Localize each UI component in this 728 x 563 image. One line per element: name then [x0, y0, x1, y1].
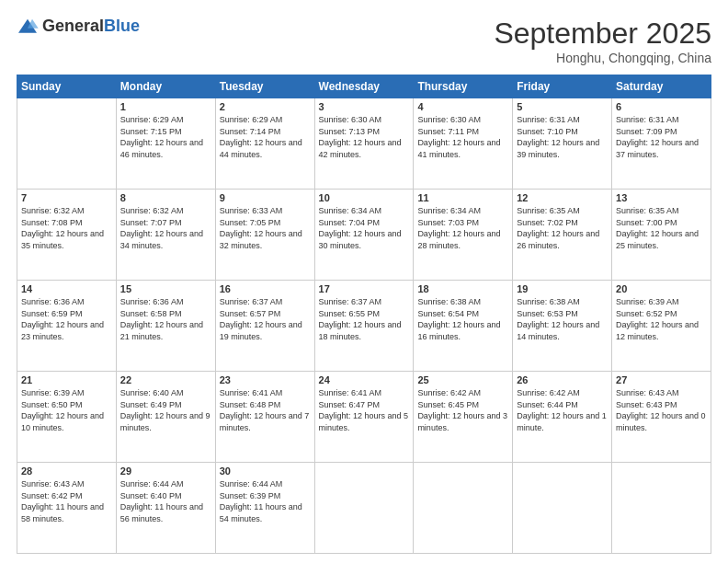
- calendar-cell: 8Sunrise: 6:32 AMSunset: 7:07 PMDaylight…: [116, 190, 215, 281]
- month-title: September 2025: [494, 17, 711, 51]
- cell-sun-info: Sunrise: 6:37 AMSunset: 6:55 PMDaylight:…: [319, 296, 410, 342]
- page: GeneralBlue September 2025 Honghu, Chong…: [0, 0, 728, 563]
- cell-sun-info: Sunrise: 6:35 AMSunset: 7:02 PMDaylight:…: [517, 205, 608, 251]
- calendar-cell: 18Sunrise: 6:38 AMSunset: 6:54 PMDayligh…: [414, 281, 513, 372]
- calendar-cell: 16Sunrise: 6:37 AMSunset: 6:57 PMDayligh…: [215, 281, 314, 372]
- calendar-cell: 22Sunrise: 6:40 AMSunset: 6:49 PMDayligh…: [116, 372, 215, 463]
- cell-sun-info: Sunrise: 6:39 AMSunset: 6:50 PMDaylight:…: [21, 387, 112, 433]
- day-number: 7: [21, 192, 112, 203]
- day-number: 27: [616, 374, 707, 385]
- day-number: 12: [517, 192, 608, 203]
- calendar-cell: 25Sunrise: 6:42 AMSunset: 6:45 PMDayligh…: [414, 372, 513, 463]
- calendar-cell: 29Sunrise: 6:44 AMSunset: 6:40 PMDayligh…: [116, 463, 215, 554]
- weekday-header-tuesday: Tuesday: [215, 75, 314, 98]
- calendar-cell: 11Sunrise: 6:34 AMSunset: 7:03 PMDayligh…: [414, 190, 513, 281]
- cell-sun-info: Sunrise: 6:43 AMSunset: 6:42 PMDaylight:…: [21, 478, 112, 524]
- title-block: September 2025 Honghu, Chongqing, China: [494, 17, 711, 65]
- cell-sun-info: Sunrise: 6:42 AMSunset: 6:44 PMDaylight:…: [517, 387, 608, 433]
- day-number: 24: [319, 374, 410, 385]
- calendar-cell: 5Sunrise: 6:31 AMSunset: 7:10 PMDaylight…: [513, 98, 612, 190]
- cell-sun-info: Sunrise: 6:30 AMSunset: 7:13 PMDaylight:…: [319, 114, 410, 160]
- calendar-cell: 10Sunrise: 6:34 AMSunset: 7:04 PMDayligh…: [314, 190, 414, 281]
- weekday-header-wednesday: Wednesday: [314, 75, 414, 98]
- day-number: 8: [120, 192, 211, 203]
- calendar-cell: 3Sunrise: 6:30 AMSunset: 7:13 PMDaylight…: [314, 98, 414, 190]
- logo-general: General: [42, 17, 104, 35]
- cell-sun-info: Sunrise: 6:34 AMSunset: 7:03 PMDaylight:…: [417, 205, 508, 251]
- calendar-cell: 23Sunrise: 6:41 AMSunset: 6:48 PMDayligh…: [215, 372, 314, 463]
- cell-sun-info: Sunrise: 6:39 AMSunset: 6:52 PMDaylight:…: [616, 296, 707, 342]
- day-number: 30: [220, 465, 311, 477]
- calendar-week-3: 21Sunrise: 6:39 AMSunset: 6:50 PMDayligh…: [17, 372, 711, 463]
- weekday-header-thursday: Thursday: [414, 75, 513, 98]
- day-number: 14: [21, 283, 112, 294]
- calendar-cell: 4Sunrise: 6:30 AMSunset: 7:11 PMDaylight…: [414, 98, 513, 190]
- calendar-cell: [17, 98, 117, 190]
- calendar-cell: 17Sunrise: 6:37 AMSunset: 6:55 PMDayligh…: [314, 281, 414, 372]
- day-number: 3: [319, 101, 410, 112]
- cell-sun-info: Sunrise: 6:38 AMSunset: 6:53 PMDaylight:…: [517, 296, 608, 342]
- cell-sun-info: Sunrise: 6:42 AMSunset: 6:45 PMDaylight:…: [417, 387, 508, 433]
- calendar-cell: 20Sunrise: 6:39 AMSunset: 6:52 PMDayligh…: [612, 281, 711, 372]
- calendar-cell: 15Sunrise: 6:36 AMSunset: 6:58 PMDayligh…: [116, 281, 215, 372]
- day-number: 10: [319, 192, 410, 203]
- cell-sun-info: Sunrise: 6:41 AMSunset: 6:48 PMDaylight:…: [220, 387, 311, 433]
- calendar-week-0: 1Sunrise: 6:29 AMSunset: 7:15 PMDaylight…: [17, 98, 711, 190]
- cell-sun-info: Sunrise: 6:44 AMSunset: 6:40 PMDaylight:…: [120, 478, 211, 524]
- calendar-cell: 2Sunrise: 6:29 AMSunset: 7:14 PMDaylight…: [215, 98, 314, 190]
- cell-sun-info: Sunrise: 6:34 AMSunset: 7:04 PMDaylight:…: [319, 205, 410, 251]
- day-number: 4: [417, 101, 508, 112]
- cell-sun-info: Sunrise: 6:30 AMSunset: 7:11 PMDaylight:…: [417, 114, 508, 160]
- calendar-cell: [612, 463, 711, 554]
- calendar-cell: 21Sunrise: 6:39 AMSunset: 6:50 PMDayligh…: [17, 372, 117, 463]
- cell-sun-info: Sunrise: 6:43 AMSunset: 6:43 PMDaylight:…: [616, 387, 707, 433]
- weekday-header-row: SundayMondayTuesdayWednesdayThursdayFrid…: [17, 75, 711, 98]
- calendar-table: SundayMondayTuesdayWednesdayThursdayFrid…: [17, 75, 711, 554]
- cell-sun-info: Sunrise: 6:36 AMSunset: 6:59 PMDaylight:…: [21, 296, 112, 342]
- day-number: 20: [616, 283, 707, 294]
- calendar-cell: 13Sunrise: 6:35 AMSunset: 7:00 PMDayligh…: [612, 190, 711, 281]
- calendar-cell: 14Sunrise: 6:36 AMSunset: 6:59 PMDayligh…: [17, 281, 117, 372]
- weekday-header-monday: Monday: [116, 75, 215, 98]
- calendar-week-1: 7Sunrise: 6:32 AMSunset: 7:08 PMDaylight…: [17, 190, 711, 281]
- calendar-cell: 1Sunrise: 6:29 AMSunset: 7:15 PMDaylight…: [116, 98, 215, 190]
- day-number: 2: [220, 101, 311, 112]
- calendar-cell: 27Sunrise: 6:43 AMSunset: 6:43 PMDayligh…: [612, 372, 711, 463]
- day-number: 22: [120, 374, 211, 385]
- calendar-cell: 26Sunrise: 6:42 AMSunset: 6:44 PMDayligh…: [513, 372, 612, 463]
- cell-sun-info: Sunrise: 6:32 AMSunset: 7:08 PMDaylight:…: [21, 205, 112, 251]
- day-number: 9: [220, 192, 311, 203]
- calendar-cell: 12Sunrise: 6:35 AMSunset: 7:02 PMDayligh…: [513, 190, 612, 281]
- calendar-week-2: 14Sunrise: 6:36 AMSunset: 6:59 PMDayligh…: [17, 281, 711, 372]
- day-number: 11: [417, 192, 508, 203]
- day-number: 16: [220, 283, 311, 294]
- weekday-header-saturday: Saturday: [612, 75, 711, 98]
- cell-sun-info: Sunrise: 6:31 AMSunset: 7:10 PMDaylight:…: [517, 114, 608, 160]
- calendar-cell: 30Sunrise: 6:44 AMSunset: 6:39 PMDayligh…: [215, 463, 314, 554]
- calendar-week-4: 28Sunrise: 6:43 AMSunset: 6:42 PMDayligh…: [17, 463, 711, 554]
- day-number: 21: [21, 374, 112, 385]
- day-number: 25: [417, 374, 508, 385]
- cell-sun-info: Sunrise: 6:29 AMSunset: 7:15 PMDaylight:…: [120, 114, 211, 160]
- day-number: 29: [120, 465, 211, 477]
- day-number: 5: [517, 101, 608, 112]
- calendar-cell: [314, 463, 414, 554]
- day-number: 1: [120, 101, 211, 112]
- cell-sun-info: Sunrise: 6:37 AMSunset: 6:57 PMDaylight:…: [220, 296, 311, 342]
- cell-sun-info: Sunrise: 6:29 AMSunset: 7:14 PMDaylight:…: [220, 114, 311, 160]
- day-number: 17: [319, 283, 410, 294]
- cell-sun-info: Sunrise: 6:31 AMSunset: 7:09 PMDaylight:…: [616, 114, 707, 160]
- cell-sun-info: Sunrise: 6:41 AMSunset: 6:47 PMDaylight:…: [319, 387, 410, 433]
- logo: GeneralBlue: [17, 17, 140, 36]
- day-number: 26: [517, 374, 608, 385]
- day-number: 13: [616, 192, 707, 203]
- cell-sun-info: Sunrise: 6:35 AMSunset: 7:00 PMDaylight:…: [616, 205, 707, 251]
- day-number: 23: [220, 374, 311, 385]
- day-number: 19: [517, 283, 608, 294]
- location-subtitle: Honghu, Chongqing, China: [494, 51, 711, 65]
- calendar-cell: 24Sunrise: 6:41 AMSunset: 6:47 PMDayligh…: [314, 372, 414, 463]
- day-number: 6: [616, 101, 707, 112]
- cell-sun-info: Sunrise: 6:36 AMSunset: 6:58 PMDaylight:…: [120, 296, 211, 342]
- calendar-cell: [414, 463, 513, 554]
- cell-sun-info: Sunrise: 6:38 AMSunset: 6:54 PMDaylight:…: [417, 296, 508, 342]
